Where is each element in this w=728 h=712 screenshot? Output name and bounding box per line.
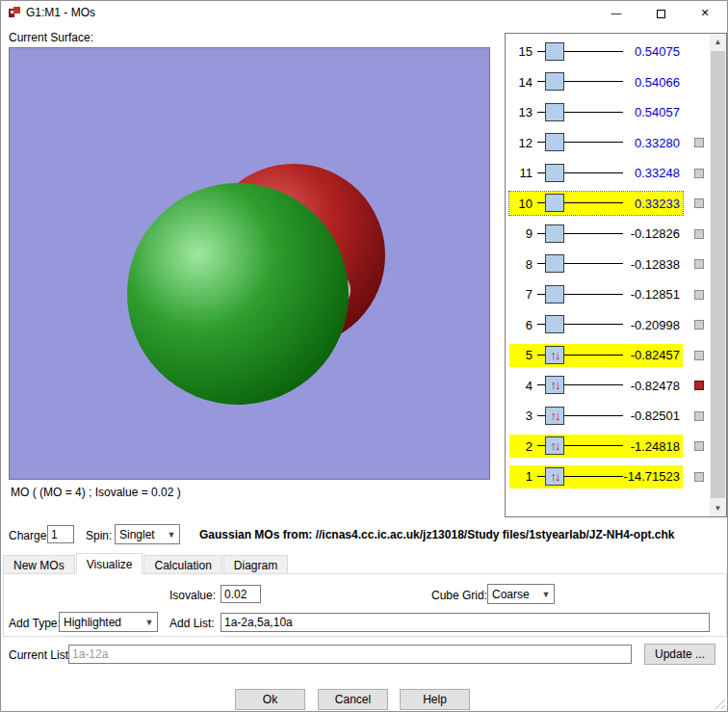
current-list-label: Current List:	[9, 648, 71, 662]
mo-level-line	[534, 70, 623, 93]
virtual-orbital-icon[interactable]	[545, 133, 564, 151]
scrollbar-thumb[interactable]	[711, 51, 725, 498]
mo-list-scrollbar[interactable]: ▲ ▼	[710, 34, 726, 516]
mo-number: 8	[509, 257, 534, 272]
mo-select-checkbox[interactable]	[694, 198, 704, 208]
mo-select-checkbox[interactable]	[694, 229, 704, 239]
cancel-button[interactable]: Cancel	[318, 689, 388, 710]
mo-level-line	[534, 162, 623, 185]
mo-row[interactable]: 8-0.12838	[506, 250, 710, 280]
occupied-orbital-icon[interactable]: ↑↓	[545, 467, 564, 486]
mo-row[interactable]: 130.54057	[506, 97, 710, 128]
electron-pair-arrows-icon: ↑↓	[551, 347, 559, 363]
tab-calculation[interactable]: Calculation	[143, 555, 221, 574]
mo-select-checkbox[interactable]	[694, 472, 704, 482]
virtual-orbital-icon[interactable]	[545, 72, 564, 91]
mo-select-checkbox[interactable]	[694, 259, 704, 269]
virtual-orbital-icon[interactable]	[545, 285, 564, 303]
mo-select-checkbox[interactable]	[694, 381, 704, 390]
mo-row[interactable]: 5↑↓-0.82457	[506, 340, 710, 371]
mo-row[interactable]: 120.33280	[506, 128, 710, 159]
gaussian-source-text: Gaussian MOs from: //icnas4.cc.ic.ac.uk/…	[199, 528, 675, 541]
occupied-orbital-icon[interactable]: ↑↓	[545, 436, 564, 455]
mo-row[interactable]: 9-0.12826	[506, 219, 710, 250]
minimize-icon: —	[611, 7, 622, 18]
mo-level-line	[534, 40, 623, 64]
scroll-down-icon[interactable]: ▼	[710, 500, 726, 516]
mo-level-line	[534, 131, 623, 154]
mo-row[interactable]: 6-0.20998	[506, 310, 710, 341]
virtual-orbital-icon[interactable]	[545, 224, 564, 243]
resize-grip[interactable]	[713, 697, 725, 709]
chevron-down-icon: ▼	[164, 530, 179, 540]
mo-row[interactable]: 150.54075	[506, 37, 710, 67]
surface-caption: MO ( (MO = 4) ; Isovalue = 0.02 )	[11, 486, 181, 499]
mo-number: 7	[509, 287, 534, 302]
app-icon	[8, 6, 21, 19]
mo-energy-value: 0.54075	[623, 44, 683, 59]
spin-select-value: Singlet	[119, 528, 155, 541]
help-button[interactable]: Help	[400, 689, 470, 710]
add-type-select[interactable]: Highlighted ▼	[59, 612, 158, 632]
virtual-orbital-icon[interactable]	[545, 42, 564, 61]
update-button[interactable]: Update ...	[644, 644, 715, 665]
add-list-input[interactable]	[221, 613, 710, 632]
mo-select-checkbox[interactable]	[694, 320, 704, 330]
virtual-orbital-icon[interactable]	[545, 254, 564, 273]
mo-energy-value: -0.12851	[623, 287, 683, 302]
charge-input[interactable]	[47, 525, 74, 543]
title-bar: G1:M1 - MOs — ✕	[1, 1, 727, 24]
tab-visualize[interactable]: Visualize	[76, 553, 143, 574]
chevron-down-icon: ▼	[538, 590, 554, 599]
mo-row[interactable]: 7-0.12851	[506, 279, 710, 310]
mo-select-checkbox[interactable]	[694, 290, 704, 300]
mo-select-checkbox[interactable]	[694, 441, 704, 451]
tab-new-mos[interactable]: New MOs	[3, 555, 75, 574]
occupied-orbital-icon[interactable]: ↑↓	[545, 376, 564, 394]
mo-level-line	[534, 223, 623, 246]
minimize-button[interactable]: —	[594, 1, 638, 24]
mo-select-checkbox[interactable]	[694, 351, 704, 360]
mo-number: 6	[509, 318, 534, 332]
tab-diagram[interactable]: Diagram	[223, 555, 288, 574]
mo-energy-value: -0.82501	[623, 409, 683, 423]
mo-level-line	[534, 192, 623, 215]
mo-number: 5	[509, 348, 534, 362]
occupied-orbital-icon[interactable]: ↑↓	[545, 407, 564, 425]
maximize-button[interactable]	[638, 1, 683, 24]
mo-level-line	[534, 283, 623, 306]
mo-row[interactable]: 100.33233	[506, 189, 710, 220]
mo-row[interactable]: 4↑↓-0.82478	[506, 371, 710, 402]
mo-level-line: ↑↓	[534, 435, 623, 458]
mo-row[interactable]: 140.54066	[506, 67, 710, 98]
mo-number: 15	[509, 44, 534, 59]
mo-number: 2	[509, 439, 534, 454]
cube-grid-select-value: Coarse	[492, 588, 530, 601]
mo-row[interactable]: 2↑↓-1.24818	[506, 432, 710, 462]
virtual-orbital-icon[interactable]	[545, 164, 564, 182]
virtual-orbital-icon[interactable]	[545, 194, 564, 212]
spin-select[interactable]: Singlet ▼	[115, 524, 180, 544]
molecule-viewport[interactable]	[9, 47, 490, 480]
mo-energy-value: 0.54066	[623, 75, 683, 90]
isovalue-input[interactable]	[221, 585, 261, 603]
atom-sphere-green	[127, 183, 349, 405]
scroll-up-icon[interactable]: ▲	[710, 34, 726, 50]
virtual-orbital-icon[interactable]	[545, 315, 564, 333]
mo-row[interactable]: 1↑↓-14.71523	[506, 461, 710, 492]
virtual-orbital-icon[interactable]	[545, 103, 564, 121]
add-list-label: Add List:	[169, 617, 215, 630]
mo-row[interactable]: 3↑↓-0.82501	[506, 401, 710, 432]
mo-energy-value: 0.33233	[623, 197, 683, 211]
mo-select-checkbox[interactable]	[694, 138, 704, 147]
electron-pair-arrows-icon: ↑↓	[551, 408, 559, 424]
cube-grid-select[interactable]: Coarse ▼	[487, 584, 555, 604]
ok-button[interactable]: Ok	[235, 689, 305, 710]
mo-select-checkbox[interactable]	[694, 169, 704, 178]
mo-number: 1	[509, 469, 534, 484]
mo-row[interactable]: 110.33248	[506, 158, 710, 189]
mo-select-checkbox[interactable]	[694, 411, 704, 421]
mo-level-line	[534, 313, 623, 336]
occupied-orbital-icon[interactable]: ↑↓	[545, 346, 564, 364]
close-button[interactable]: ✕	[683, 1, 727, 24]
